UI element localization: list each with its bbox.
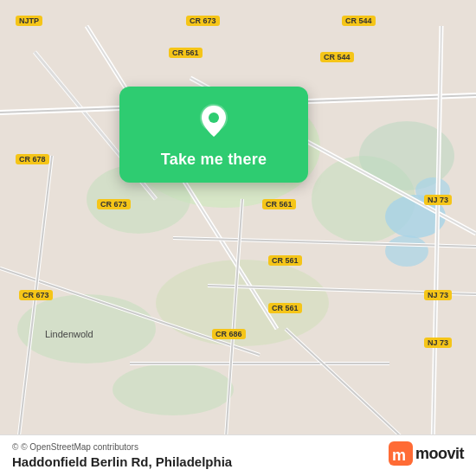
location-pin-icon — [195, 102, 233, 140]
bottom-bar: © © OpenStreetMap contributors Haddonfie… — [0, 434, 476, 476]
svg-text:m: m — [392, 447, 406, 464]
location-card: Take me there — [119, 87, 308, 183]
road-label-cr673-mid: CR 673 — [97, 199, 131, 209]
road-label-cr544-top: CR 544 — [342, 16, 376, 26]
attribution-symbol: © — [12, 442, 18, 452]
svg-point-36 — [209, 113, 219, 123]
town-label-lindenwold: Lindenwold — [45, 329, 93, 339]
moovit-logo: m moovit — [389, 441, 464, 466]
road-label-cr561-top: CR 561 — [169, 48, 203, 58]
svg-point-7 — [113, 363, 234, 415]
take-me-there-button[interactable]: Take me there — [161, 151, 267, 169]
moovit-text: moovit — [415, 445, 464, 463]
road-label-cr673-top: CR 673 — [186, 16, 220, 26]
road-label-cr561-bot2: CR 561 — [268, 303, 302, 313]
map-container: NJTP CR 673 CR 544 CR 544 CR 561 CR 678 … — [0, 0, 476, 476]
svg-point-10 — [385, 235, 428, 267]
road-label-cr678: CR 678 — [16, 154, 49, 164]
road-label-njtp: NJTP — [16, 16, 42, 26]
road-label-nj73-top: NJ 73 — [424, 195, 452, 205]
road-label-nj73-mid: NJ 73 — [424, 290, 452, 300]
road-label-cr561-mid: CR 561 — [262, 199, 296, 209]
map-background — [0, 0, 476, 476]
attribution-osm: © OpenStreetMap contributors — [21, 442, 138, 452]
moovit-icon: m — [389, 441, 413, 466]
location-label: Haddonfield Berlin Rd, Philadelphia — [12, 454, 232, 469]
road-label-cr561-bot1: CR 561 — [268, 255, 302, 266]
road-label-cr673-bot: CR 673 — [19, 290, 53, 300]
road-label-cr686: CR 686 — [212, 329, 246, 339]
road-label-nj73-bot: NJ 73 — [424, 338, 452, 348]
road-label-cr544-mid: CR 544 — [320, 52, 354, 62]
